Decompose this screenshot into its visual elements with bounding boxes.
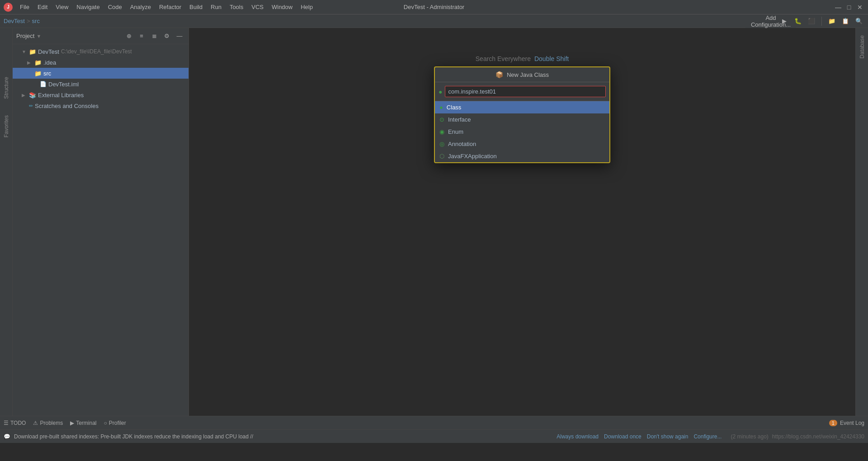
menu-window[interactable]: Window <box>268 2 296 12</box>
expand-all-button[interactable]: ≣ <box>149 31 160 42</box>
event-log[interactable]: 1 Event Log <box>829 420 864 426</box>
new-java-class-dialog: 📦 New Java Class ● ● Class ⊙ Interface ◉ <box>434 66 610 163</box>
locate-button[interactable]: ⊕ <box>123 31 134 42</box>
breadcrumb-sep: > <box>27 18 30 24</box>
tree-item-iml-label: DevTest.iml <box>48 81 79 88</box>
search-everywhere-button[interactable]: 🔍 <box>854 16 864 27</box>
problems-tab[interactable]: ⚠ Problems <box>33 420 63 426</box>
tree-item-scratches-label: Scratches and Consoles <box>35 103 99 109</box>
tree-item-src[interactable]: 📁 src <box>13 68 189 79</box>
terminal-tab[interactable]: ▶ Terminal <box>70 420 96 426</box>
todo-icon: ☰ <box>4 420 9 426</box>
stop-button[interactable]: ⬛ <box>806 16 817 27</box>
problems-label: Problems <box>40 420 63 426</box>
tree-item-idea[interactable]: ▶ 📁 .idea <box>13 57 189 68</box>
dialog-list-item-annotation[interactable]: ◎ Annotation <box>435 138 609 150</box>
dont-show-link[interactable]: Don't show again <box>647 433 689 440</box>
run-button[interactable]: ▶ <box>779 16 790 27</box>
dialog-title: 📦 New Java Class <box>435 67 609 82</box>
tree-item-devtest-label: DevTest <box>38 48 59 55</box>
title-bar: J File Edit View Navigate Code Analyze R… <box>0 0 868 14</box>
always-download-link[interactable]: Always download <box>557 433 599 440</box>
terminal-icon: ▶ <box>70 420 74 426</box>
class-icon: ● <box>439 104 443 111</box>
menu-help[interactable]: Help <box>297 2 316 12</box>
left-strip: Structure Favorites <box>0 28 13 416</box>
event-log-label: Event Log <box>840 420 864 426</box>
project-panel-label: Project <box>16 33 34 39</box>
menu-refactor[interactable]: Refactor <box>156 2 185 12</box>
menu-run[interactable]: Run <box>207 2 225 12</box>
tree-item-devtest-path: C:\dev_file\IDEA_file\DevTest <box>61 48 132 55</box>
menu-code[interactable]: Code <box>104 2 126 12</box>
add-config-button[interactable]: Add Configuration... <box>765 16 776 27</box>
notification-url: https://blog.csdn.net/weixin_42424330 <box>772 433 864 440</box>
menu-file[interactable]: File <box>16 2 33 12</box>
iml-file-icon: 📄 <box>40 81 47 87</box>
open-file-button[interactable]: 📁 <box>826 16 837 27</box>
scratch-icon: ✏ <box>29 103 33 109</box>
debug-button[interactable]: 🐛 <box>793 16 803 27</box>
javafx-label: JavaFXApplication <box>448 153 497 160</box>
dialog-list-item-javafx[interactable]: ⬡ JavaFXApplication <box>435 150 609 162</box>
breadcrumb: DevTest > src ▶ Add Configuration... ▶ 🐛… <box>0 14 868 28</box>
close-button[interactable]: ✕ <box>855 3 864 12</box>
status-bar: ☰ TODO ⚠ Problems ▶ Terminal ○ Profiler … <box>0 416 868 429</box>
dropdown-icon[interactable]: ▼ <box>36 33 41 39</box>
search-shortcut: Double Shift <box>534 55 569 62</box>
menu-analyze[interactable]: Analyze <box>127 2 155 12</box>
expand-arrow: ▶ <box>22 93 27 98</box>
download-once-link[interactable]: Download once <box>604 433 642 440</box>
profiler-label: Profiler <box>109 420 126 426</box>
menu-navigate[interactable]: Navigate <box>73 2 103 12</box>
maximize-button[interactable]: □ <box>844 3 854 12</box>
todo-tab[interactable]: ☰ TODO <box>4 420 26 426</box>
tree-item-src-label: src <box>43 70 51 77</box>
menu-view[interactable]: View <box>52 2 72 12</box>
todo-label: TODO <box>10 420 26 426</box>
settings-button[interactable]: ⚙ <box>161 31 172 42</box>
hide-button[interactable]: — <box>174 31 185 42</box>
folder-icon: 📁 <box>29 48 36 55</box>
tree-item-devtest-iml[interactable]: 📄 DevTest.iml <box>13 79 189 89</box>
class-label: Class <box>447 104 462 111</box>
dialog-list-item-enum[interactable]: ◉ Enum <box>435 126 609 138</box>
dialog-list: ● Class ⊙ Interface ◉ Enum ◎ Annotation … <box>435 101 609 162</box>
dialog-title-text: New Java Class <box>507 71 549 78</box>
project-tree: ▼ 📁 DevTest C:\dev_file\IDEA_file\DevTes… <box>13 44 189 416</box>
tree-item-devtest[interactable]: ▼ 📁 DevTest C:\dev_file\IDEA_file\DevTes… <box>13 46 189 57</box>
menu-tools[interactable]: Tools <box>226 2 247 12</box>
annotation-label: Annotation <box>448 141 476 147</box>
expand-arrow: ▼ <box>22 49 27 54</box>
dialog-list-item-interface[interactable]: ⊙ Interface <box>435 113 609 126</box>
structure-panel-tab[interactable]: Structure <box>2 73 10 103</box>
folder-icon: 📁 <box>34 59 42 66</box>
collapse-all-button[interactable]: ≡ <box>136 31 147 42</box>
favorites-panel-tab[interactable]: Favorites <box>2 112 10 141</box>
tree-item-idea-label: .idea <box>43 59 56 66</box>
breadcrumb-folder[interactable]: src <box>32 18 40 24</box>
notification-text: Download pre-built shared indexes: Pre-b… <box>14 433 557 440</box>
input-class-icon: ● <box>439 88 442 95</box>
tree-item-scratches[interactable]: ✏ Scratches and Consoles <box>13 100 189 111</box>
menu-vcs[interactable]: VCS <box>248 2 267 12</box>
database-panel-tab[interactable]: Database <box>858 32 866 62</box>
menu-edit[interactable]: Edit <box>34 2 51 12</box>
dialog-title-icon: 📦 <box>495 71 503 78</box>
panel-actions: ⊕ ≡ ≣ ⚙ — <box>123 31 185 42</box>
javafx-icon: ⬡ <box>439 153 444 160</box>
editor-area: Search Everywhere Double Shift 📦 New Jav… <box>189 28 855 416</box>
menu-build[interactable]: Build <box>186 2 206 12</box>
configure-link[interactable]: Configure... <box>693 433 722 440</box>
recent-files-button[interactable]: 📋 <box>840 16 851 27</box>
breadcrumb-project[interactable]: DevTest <box>4 18 25 24</box>
annotation-icon: ◎ <box>439 141 444 147</box>
dialog-list-item-class[interactable]: ● Class <box>435 101 609 113</box>
class-name-input[interactable] <box>445 86 606 97</box>
profiler-tab[interactable]: ○ Profiler <box>104 420 126 426</box>
window-controls: — □ ✕ <box>834 3 864 12</box>
minimize-button[interactable]: — <box>834 3 843 12</box>
problems-icon: ⚠ <box>33 420 38 426</box>
interface-icon: ⊙ <box>439 116 444 123</box>
tree-item-external-libs[interactable]: ▶ 📚 External Libraries <box>13 89 189 100</box>
